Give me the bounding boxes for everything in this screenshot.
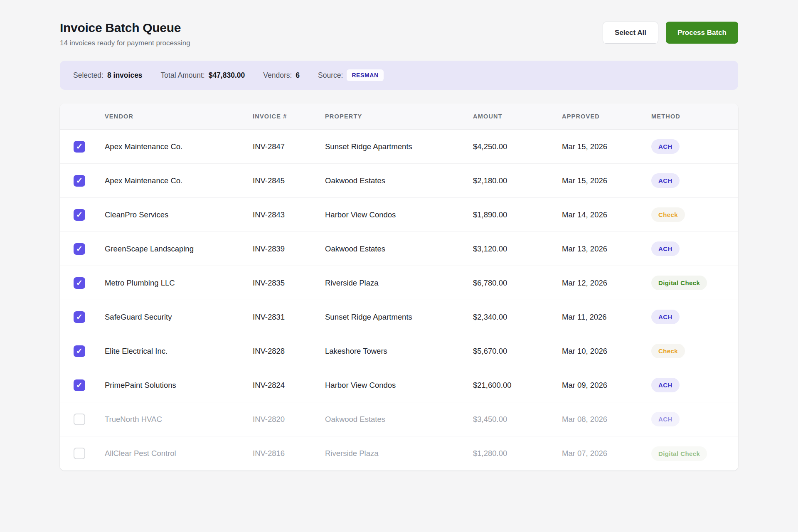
vendors-label: Vendors: — [263, 71, 292, 80]
approved-cell: Mar 11, 2026 — [562, 313, 651, 322]
table-row[interactable]: ✓ PrimePaint Solutions INV-2824 Harbor V… — [60, 368, 738, 402]
checkbox-cell: ✓ — [60, 243, 105, 255]
table-row[interactable]: ✓ AllClear Pest Control INV-2816 Riversi… — [60, 436, 738, 470]
row-checkbox[interactable]: ✓ — [74, 209, 85, 221]
summary-vendors: Vendors: 6 — [263, 71, 300, 80]
approved-cell: Mar 08, 2026 — [562, 415, 651, 424]
checkbox-cell: ✓ — [60, 175, 105, 187]
header-cell-property: PROPERTY — [325, 113, 473, 120]
checkbox-cell: ✓ — [60, 345, 105, 357]
method-badge: Digital Check — [651, 446, 707, 461]
page-title: Invoice Batch Queue — [60, 21, 190, 35]
invoice-cell: INV-2828 — [253, 347, 325, 356]
invoice-cell: INV-2816 — [253, 449, 325, 458]
vendor-cell: Apex Maintenance Co. — [105, 142, 253, 151]
source-badge: RESMAN — [347, 69, 383, 81]
vendor-cell: Apex Maintenance Co. — [105, 176, 253, 185]
method-cell: Digital Check — [651, 446, 738, 461]
method-badge: ACH — [651, 378, 680, 392]
table-row[interactable]: ✓ CleanPro Services INV-2843 Harbor View… — [60, 198, 738, 232]
property-cell: Riverside Plaza — [325, 278, 473, 288]
invoice-table: VENDOR INVOICE # PROPERTY AMOUNT APPROVE… — [60, 103, 738, 470]
method-cell: ACH — [651, 412, 738, 426]
row-checkbox[interactable]: ✓ — [74, 175, 85, 187]
select-all-button[interactable]: Select All — [603, 22, 658, 44]
checkmark-icon: ✓ — [76, 245, 83, 253]
checkmark-icon: ✓ — [76, 279, 83, 287]
invoice-cell: INV-2843 — [253, 210, 325, 219]
amount-cell: $3,120.00 — [473, 244, 562, 254]
summary-selected: Selected: 8 invoices — [73, 71, 143, 80]
process-batch-button[interactable]: Process Batch — [666, 22, 738, 44]
vendor-cell: SafeGuard Security — [105, 313, 253, 322]
header-titles: Invoice Batch Queue 14 invoices ready fo… — [60, 21, 190, 47]
checkbox-cell: ✓ — [60, 311, 105, 323]
table-row[interactable]: ✓ TrueNorth HVAC INV-2820 Oakwood Estate… — [60, 402, 738, 436]
checkmark-icon: ✓ — [76, 313, 83, 321]
vendor-cell: AllClear Pest Control — [105, 449, 253, 458]
row-checkbox[interactable]: ✓ — [74, 311, 85, 323]
approved-cell: Mar 14, 2026 — [562, 210, 651, 219]
row-checkbox[interactable]: ✓ — [74, 379, 85, 391]
approved-cell: Mar 12, 2026 — [562, 278, 651, 288]
method-badge: ACH — [651, 173, 680, 188]
row-checkbox[interactable]: ✓ — [74, 345, 85, 357]
checkbox-cell: ✓ — [60, 379, 105, 391]
invoice-cell: INV-2845 — [253, 176, 325, 185]
property-cell: Harbor View Condos — [325, 210, 473, 219]
row-checkbox[interactable]: ✓ — [74, 448, 85, 459]
page-subtitle: 14 invoices ready for payment processing — [60, 39, 190, 47]
amount-cell: $1,280.00 — [473, 449, 562, 458]
property-cell: Sunset Ridge Apartments — [325, 142, 473, 151]
page-container: Invoice Batch Queue 14 invoices ready fo… — [60, 0, 738, 470]
table-row[interactable]: ✓ GreenScape Landscaping INV-2839 Oakwoo… — [60, 232, 738, 266]
total-amount-value: $47,830.00 — [209, 71, 245, 80]
checkbox-cell: ✓ — [60, 448, 105, 459]
approved-cell: Mar 15, 2026 — [562, 176, 651, 185]
row-checkbox[interactable]: ✓ — [74, 277, 85, 289]
checkbox-cell: ✓ — [60, 414, 105, 425]
checkmark-icon: ✓ — [76, 211, 83, 219]
property-cell: Harbor View Condos — [325, 381, 473, 390]
table-row[interactable]: ✓ Apex Maintenance Co. INV-2847 Sunset R… — [60, 130, 738, 164]
method-cell: ACH — [651, 310, 738, 324]
total-amount-label: Total Amount: — [161, 71, 205, 80]
header-cell-approved: APPROVED — [562, 113, 651, 120]
amount-cell: $21,600.00 — [473, 381, 562, 390]
method-badge: ACH — [651, 412, 680, 426]
method-badge: ACH — [651, 241, 680, 256]
approved-cell: Mar 10, 2026 — [562, 347, 651, 356]
table-row[interactable]: ✓ Apex Maintenance Co. INV-2845 Oakwood … — [60, 164, 738, 198]
vendor-cell: TrueNorth HVAC — [105, 415, 253, 424]
row-checkbox[interactable]: ✓ — [74, 243, 85, 255]
table-row[interactable]: ✓ SafeGuard Security INV-2831 Sunset Rid… — [60, 300, 738, 334]
method-badge: Check — [651, 207, 685, 222]
vendor-cell: Metro Plumbing LLC — [105, 278, 253, 288]
vendors-value: 6 — [296, 71, 300, 80]
approved-cell: Mar 09, 2026 — [562, 381, 651, 390]
approved-cell: Mar 13, 2026 — [562, 244, 651, 254]
table-row[interactable]: ✓ Metro Plumbing LLC INV-2835 Riverside … — [60, 266, 738, 300]
table-row[interactable]: ✓ Elite Electrical Inc. INV-2828 Lakesho… — [60, 334, 738, 368]
invoice-cell: INV-2839 — [253, 244, 325, 254]
method-cell: Digital Check — [651, 276, 738, 290]
approved-cell: Mar 07, 2026 — [562, 449, 651, 458]
row-checkbox[interactable]: ✓ — [74, 141, 85, 153]
method-badge: Check — [651, 344, 685, 358]
checkbox-cell: ✓ — [60, 209, 105, 221]
method-cell: ACH — [651, 378, 738, 392]
amount-cell: $6,780.00 — [473, 278, 562, 288]
property-cell: Riverside Plaza — [325, 449, 473, 458]
row-checkbox[interactable]: ✓ — [74, 414, 85, 425]
checkmark-icon: ✓ — [76, 143, 83, 150]
method-cell: Check — [651, 207, 738, 222]
checkbox-cell: ✓ — [60, 141, 105, 153]
header-cell-method: METHOD — [651, 113, 738, 120]
property-cell: Oakwood Estates — [325, 244, 473, 254]
amount-cell: $3,450.00 — [473, 415, 562, 424]
approved-cell: Mar 15, 2026 — [562, 142, 651, 151]
invoice-cell: INV-2820 — [253, 415, 325, 424]
amount-cell: $5,670.00 — [473, 347, 562, 356]
vendor-cell: CleanPro Services — [105, 210, 253, 219]
method-badge: Digital Check — [651, 276, 707, 290]
